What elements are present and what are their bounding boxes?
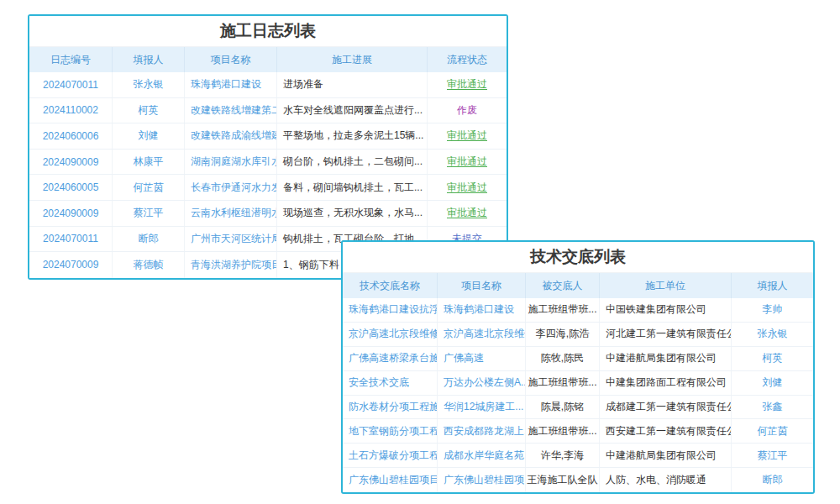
reporter-link[interactable]: 柯英 (113, 98, 185, 123)
project-link[interactable]: 改建铁路线增建第二线直... (185, 98, 277, 123)
disclosure-name-link[interactable]: 地下室钢筋分项工程... (343, 419, 438, 443)
technical-disclosure-header-row: 技术交底名称 项目名称 被交底人 施工单位 填报人 (343, 273, 813, 298)
disclosure-name-link[interactable]: 防水卷材分项工程施... (343, 396, 438, 419)
project-link[interactable]: 西安成都路龙湖上... (438, 419, 526, 443)
disclosure-name-link[interactable]: 安全技术交底 (343, 371, 438, 395)
status-badge: 审批通过 (428, 201, 507, 226)
table-row: 地下室钢筋分项工程...西安成都路龙湖上...施工班组带班...西安建工第一建筑… (343, 419, 813, 444)
col-header-disclosure-name: 技术交底名称 (343, 273, 438, 298)
technical-disclosure-body: 珠海鹤港口建设抗浮...珠海鹤港口建设施工班组带班...中国铁建集团有限公司李帅… (343, 298, 813, 492)
reporter-link[interactable]: 柯英 (732, 347, 813, 370)
table-row: 2024070011张永银珠海鹤港口建设进场准备审批通过 (29, 72, 507, 98)
project-link[interactable]: 广东佛山碧桂园项目 (438, 468, 526, 492)
col-header-log-progress: 施工进展 (277, 47, 428, 72)
construction-log-title: 施工日志列表 (29, 16, 507, 47)
log-id-link[interactable]: 2024060005 (29, 175, 113, 200)
project-link[interactable]: 广州市天河区统计局机房... (185, 227, 277, 252)
reporter-link[interactable]: 蔡江平 (732, 444, 813, 467)
reporter-link[interactable]: 断郎 (732, 468, 813, 492)
table-row: 2024090009蔡江平云南水利枢纽潜明水库一...现场巡查，无积水现象，水马… (29, 201, 507, 227)
receiver-text: 陈牧,陈民 (526, 347, 600, 370)
table-row: 京沪高速北京段维修...京沪高速北京段维修李四海,陈浩河北建工第一建筑有限责任公… (343, 323, 813, 347)
unit-text: 中国铁建集团有限公司 (600, 298, 732, 322)
table-row: 安全技术交底万达办公楼左侧A...施工班组带班...中建集团路面工程有限公司刘健 (343, 371, 813, 396)
reporter-link[interactable]: 林康平 (113, 150, 185, 175)
progress-text: 砌台阶，钩机排土，二包砌间... (277, 150, 428, 175)
progress-text: 现场巡查，无积水现象，水马... (277, 201, 428, 226)
receiver-text: 李四海,陈浩 (526, 323, 600, 346)
col-header-disc-reporter: 填报人 (732, 273, 813, 298)
receiver-text: 陈晨,陈铭 (526, 396, 600, 419)
project-link[interactable]: 改建铁路成渝线增建第二... (185, 123, 277, 149)
reporter-link[interactable]: 张永银 (113, 72, 185, 97)
table-row: 2024110002柯英改建铁路线增建第二线直...水车对全线遮阳网覆盖点进行.… (29, 98, 507, 124)
construction-log-header-row: 日志编号 填报人 项目名称 施工进展 流程状态 (29, 47, 507, 72)
log-id-link[interactable]: 2024090009 (29, 150, 113, 175)
technical-disclosure-panel: 技术交底列表 技术交底名称 项目名称 被交底人 施工单位 填报人 珠海鹤港口建设… (341, 240, 815, 494)
project-link[interactable]: 华润12城房建工... (438, 396, 526, 419)
disclosure-name-link[interactable]: 广佛高速桥梁承台施... (343, 347, 438, 370)
table-row: 防水卷材分项工程施...华润12城房建工...陈晨,陈铭成都建工第一建筑有限责任… (343, 396, 813, 420)
project-link[interactable]: 成都水岸华庭名苑... (438, 444, 526, 467)
project-link[interactable]: 长春市伊通河水力发电厂... (185, 175, 277, 200)
reporter-link[interactable]: 何芷茵 (113, 175, 185, 200)
project-link[interactable]: 广佛高速 (438, 347, 526, 370)
reporter-link[interactable]: 蒋德帧 (113, 252, 185, 278)
reporter-link[interactable]: 刘健 (732, 371, 813, 395)
reporter-link[interactable]: 刘健 (113, 123, 185, 149)
log-id-link[interactable]: 2024070009 (29, 252, 113, 278)
status-badge: 审批通过 (428, 150, 507, 175)
col-header-log-reporter: 填报人 (113, 47, 185, 72)
col-header-disc-receiver: 被交底人 (526, 273, 600, 298)
disclosure-name-link[interactable]: 珠海鹤港口建设抗浮... (343, 298, 438, 322)
reporter-link[interactable]: 蔡江平 (113, 201, 185, 226)
status-badge: 审批通过 (428, 175, 507, 200)
status-badge: 审批通过 (428, 123, 507, 149)
reporter-link[interactable]: 断郎 (113, 227, 185, 252)
table-row: 珠海鹤港口建设抗浮...珠海鹤港口建设施工班组带班...中国铁建集团有限公司李帅 (343, 298, 813, 323)
receiver-text: 许华,李海 (526, 444, 600, 467)
table-row: 广佛高速桥梁承台施...广佛高速陈牧,陈民中建港航局集团有限公司柯英 (343, 347, 813, 371)
receiver-text: 施工班组带班... (526, 298, 600, 322)
reporter-link[interactable]: 何芷茵 (732, 419, 813, 443)
project-link[interactable]: 云南水利枢纽潜明水库一... (185, 201, 277, 226)
unit-text: 中建港航局集团有限公司 (600, 444, 732, 467)
project-link[interactable]: 湖南洞庭湖水库引水工程... (185, 150, 277, 175)
table-row: 广东佛山碧桂园项目...广东佛山碧桂园项目王海施工队全队人防、水电、消防暖通断郎 (343, 468, 813, 492)
progress-text: 备料，砌间墙钩机排土，瓦工... (277, 175, 428, 200)
receiver-text: 王海施工队全队 (526, 468, 600, 492)
unit-text: 成都建工第一建筑有限责任公司 (600, 396, 732, 419)
progress-text: 水车对全线遮阳网覆盖点进行... (277, 98, 428, 123)
col-header-log-project: 项目名称 (185, 47, 277, 72)
log-id-link[interactable]: 2024070011 (29, 227, 113, 252)
project-link[interactable]: 青海洪湖养护院项目 (185, 252, 277, 278)
log-id-link[interactable]: 2024070011 (29, 72, 113, 97)
col-header-disc-unit: 施工单位 (600, 273, 732, 298)
receiver-text: 施工班组带班... (526, 371, 600, 395)
progress-text: 平整场地，拉走多余泥土15辆... (277, 123, 428, 149)
disclosure-name-link[interactable]: 土石方爆破分项工程... (343, 444, 438, 467)
table-row: 2024060006刘健改建铁路成渝线增建第二...平整场地，拉走多余泥土15辆… (29, 123, 507, 150)
progress-text: 进场准备 (277, 72, 428, 97)
unit-text: 西安建工第一建筑有限责任公司 (600, 419, 732, 443)
log-id-link[interactable]: 2024110002 (29, 98, 113, 123)
unit-text: 中建港航局集团有限公司 (600, 347, 732, 370)
unit-text: 人防、水电、消防暖通 (600, 468, 732, 492)
log-id-link[interactable]: 2024060006 (29, 123, 113, 149)
reporter-link[interactable]: 张永银 (732, 323, 813, 346)
reporter-link[interactable]: 张鑫 (732, 396, 813, 419)
unit-text: 河北建工第一建筑有限责任公司 (600, 323, 732, 346)
col-header-disc-project: 项目名称 (438, 273, 526, 298)
table-row: 2024060005何芷茵长春市伊通河水力发电厂...备料，砌间墙钩机排土，瓦工… (29, 175, 507, 201)
project-link[interactable]: 珠海鹤港口建设 (438, 298, 526, 322)
project-link[interactable]: 京沪高速北京段维修 (438, 323, 526, 346)
reporter-link[interactable]: 李帅 (732, 298, 813, 322)
project-link[interactable]: 万达办公楼左侧A... (438, 371, 526, 395)
project-link[interactable]: 珠海鹤港口建设 (185, 72, 277, 97)
unit-text: 中建集团路面工程有限公司 (600, 371, 732, 395)
receiver-text: 施工班组带班... (526, 419, 600, 443)
status-badge: 审批通过 (428, 72, 507, 97)
log-id-link[interactable]: 2024090009 (29, 201, 113, 226)
disclosure-name-link[interactable]: 京沪高速北京段维修... (343, 323, 438, 346)
disclosure-name-link[interactable]: 广东佛山碧桂园项目... (343, 468, 438, 492)
